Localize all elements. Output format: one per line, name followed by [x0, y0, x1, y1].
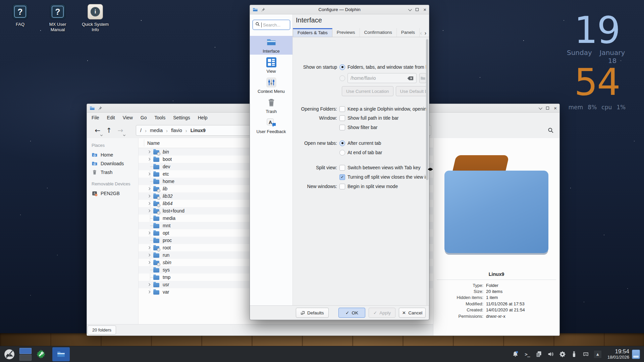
breadcrumb-segment[interactable]: flavio — [171, 128, 182, 133]
usb-icon[interactable] — [571, 351, 578, 358]
expander-icon[interactable] — [148, 209, 150, 212]
clear-input-icon[interactable] — [407, 76, 414, 80]
form-row: /home/flavio — [296, 73, 426, 83]
show-desktop-button[interactable] — [632, 350, 640, 359]
expander-icon[interactable] — [148, 187, 150, 190]
radio-button[interactable] — [339, 140, 345, 146]
terminal-icon[interactable]: >_ — [524, 351, 531, 358]
use-current-location-button[interactable]: Use Current Location — [342, 86, 393, 96]
desktop-1[interactable] — [19, 348, 32, 354]
menu-settings[interactable]: Settings — [173, 115, 190, 120]
checkbox[interactable] — [339, 165, 345, 171]
dolphin-app-icon — [90, 106, 95, 111]
tab-panels[interactable]: Panels — [397, 28, 420, 37]
places-item-home[interactable]: Home — [92, 150, 138, 159]
menu-tools[interactable]: Tools — [154, 115, 165, 120]
expander-icon[interactable] — [148, 283, 150, 286]
desktop-2[interactable] — [19, 355, 32, 361]
tray-expand-icon[interactable]: ▲ — [594, 351, 601, 358]
network-icon[interactable] — [582, 351, 590, 358]
info-row: Type:Folder — [433, 282, 557, 288]
mx-menu-icon[interactable] — [3, 348, 16, 361]
radio-button[interactable] — [339, 150, 345, 156]
tab-scroll-previous-icon[interactable]: ‹ — [420, 30, 422, 36]
pin-icon[interactable] — [97, 106, 103, 111]
minimize-icon[interactable] — [408, 7, 412, 11]
browse-folder-button[interactable] — [419, 73, 426, 83]
expander-icon[interactable] — [148, 173, 150, 175]
checkbox[interactable] — [339, 115, 345, 121]
defaults-button[interactable]: Defaults — [296, 308, 329, 318]
task-dolphin[interactable] — [52, 347, 70, 361]
expander-icon[interactable] — [148, 246, 150, 249]
menu-edit[interactable]: Edit — [107, 115, 115, 120]
sidebar-item-view[interactable]: View — [250, 56, 292, 75]
expander-icon[interactable] — [148, 291, 150, 293]
sidebar-item-interface[interactable]: Interface — [250, 36, 292, 55]
apply-button[interactable]: ✓Apply — [369, 308, 395, 318]
notifications-icon[interactable] — [512, 351, 519, 358]
expander-icon[interactable] — [148, 195, 150, 197]
folder-icon — [266, 37, 276, 47]
close-icon[interactable]: × — [554, 106, 557, 111]
settings-icon[interactable] — [559, 351, 566, 358]
maximize-icon[interactable] — [546, 107, 549, 110]
menu-file[interactable]: File — [92, 115, 99, 120]
menu-go[interactable]: Go — [141, 115, 147, 120]
up-button[interactable]: ↑ — [105, 126, 113, 134]
breadcrumb-segment[interactable]: Linux9 — [191, 128, 206, 133]
desktop-icon-quick-system-info[interactable]: iQuick System Info — [76, 4, 114, 33]
scrollbar-thumb[interactable] — [426, 39, 428, 180]
search-input[interactable]: Search... — [253, 20, 290, 30]
places-item-pen2gb[interactable]: PEN2GB — [92, 189, 138, 198]
use-default-location-button[interactable]: Use Default Location — [396, 86, 426, 96]
tab-previews[interactable]: Previews — [332, 28, 360, 37]
checkbox[interactable]: ✓ — [339, 174, 345, 180]
desktop-icon-faq[interactable]: ?FAQ — [1, 4, 39, 33]
virtual-desktop-pager[interactable] — [19, 348, 32, 361]
tab-folders-amp-tabs[interactable]: Folders & Tabs — [293, 28, 332, 37]
taskbar-clock[interactable]: 19:54 18/01/2026 — [607, 348, 629, 360]
tab-scroll-next-icon[interactable]: › — [425, 30, 426, 36]
cancel-button[interactable]: ✕Cancel — [399, 308, 426, 318]
tab-confirmations[interactable]: Confirmations — [360, 28, 397, 37]
pin-icon[interactable] — [260, 7, 266, 12]
checkbox[interactable] — [339, 125, 345, 130]
desktop-icon-mx-user-manual[interactable]: ?MX User Manual — [39, 4, 76, 33]
radio-button[interactable] — [339, 75, 345, 81]
scrollbar[interactable] — [426, 38, 428, 305]
menu-help[interactable]: Help — [198, 115, 208, 120]
close-icon[interactable]: × — [423, 7, 426, 12]
expander-icon[interactable] — [148, 254, 150, 256]
sidebar-item-user-feedback[interactable]: AUser Feedback — [250, 116, 292, 135]
maximize-icon[interactable] — [416, 8, 419, 11]
volume-icon[interactable] — [547, 351, 554, 358]
startup-location-input[interactable]: /home/flavio — [347, 73, 417, 83]
sidebar-item-trash[interactable]: Trash — [250, 96, 292, 115]
expander-icon[interactable] — [148, 202, 150, 205]
expander-icon[interactable] — [148, 150, 150, 153]
checkbox[interactable] — [339, 184, 345, 189]
system-stats: mem8%cpu1% — [567, 104, 627, 111]
breadcrumb-segment[interactable]: media — [150, 128, 163, 133]
breadcrumb-segment[interactable]: / — [140, 128, 142, 133]
ok-button[interactable]: ✓OK — [338, 308, 365, 318]
places-item-downloads[interactable]: Downloads — [92, 159, 138, 168]
radio-button[interactable] — [339, 64, 345, 70]
back-button[interactable]: ← — [94, 126, 102, 134]
minimize-icon[interactable] — [539, 106, 542, 109]
menu-view[interactable]: View — [123, 115, 133, 120]
forward-button[interactable]: → — [116, 126, 124, 134]
configure-dialog: Configure — Dolphin × Search... Interfac… — [250, 5, 429, 320]
places-item-trash[interactable]: Trash — [92, 168, 138, 177]
dialog-titlebar[interactable]: Configure — Dolphin × — [250, 5, 429, 14]
search-icon[interactable] — [547, 127, 554, 134]
mx-tools-icon[interactable] — [34, 348, 48, 361]
stat-mem: mem — [569, 104, 583, 111]
sidebar-item-context-menu[interactable]: Context Menu — [250, 76, 292, 95]
expander-icon[interactable] — [148, 261, 150, 264]
expander-icon[interactable] — [148, 232, 150, 234]
clipboard-icon[interactable] — [535, 351, 543, 358]
expander-icon[interactable] — [148, 158, 150, 161]
checkbox[interactable] — [339, 106, 345, 112]
